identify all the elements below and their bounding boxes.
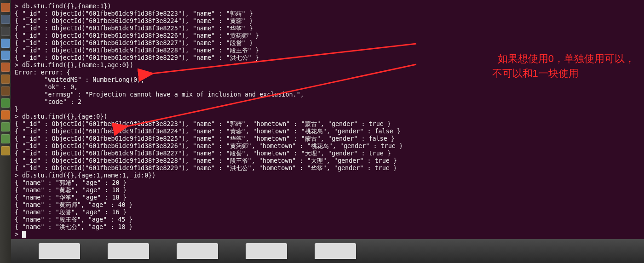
annotation-line: 如果想使用0，单独使用可以， xyxy=(498,53,635,64)
taskbar-folder-icon[interactable] xyxy=(177,243,218,259)
launcher-item[interactable] xyxy=(1,122,10,132)
terminal-line: { "name" : "黄药师", "age" : 40 } xyxy=(15,201,640,209)
terminal-line: { "_id" : ObjectId("601fbeb61dc9f1d38f3e… xyxy=(15,10,640,17)
terminal-line: { "_id" : ObjectId("601fbeb61dc9f1d38f3e… xyxy=(15,165,640,172)
terminal-line: { "_id" : ObjectId("601fbeb61dc9f1d38f3e… xyxy=(15,17,640,25)
taskbar-folder-icon[interactable] xyxy=(108,243,149,259)
terminal-line: } xyxy=(15,106,640,113)
launcher-item[interactable] xyxy=(1,15,10,24)
taskbar-folder-icon[interactable] xyxy=(315,243,356,259)
launcher-item[interactable] xyxy=(1,3,10,12)
terminal-window[interactable]: > db.stu.find({},{name:1}){ "_id" : Obje… xyxy=(11,0,644,239)
terminal-line: { "name" : "段王爷", "age" : 45 } xyxy=(15,216,640,223)
launcher-item[interactable] xyxy=(1,86,10,96)
terminal-line: "ok" : 0, xyxy=(15,84,640,91)
terminal-line: { "_id" : ObjectId("601fbeb61dc9f1d38f3e… xyxy=(15,150,640,157)
terminal-line: { "_id" : ObjectId("601fbeb61dc9f1d38f3e… xyxy=(15,25,640,32)
terminal-line: "errmsg" : "Projection cannot have a mix… xyxy=(15,91,640,98)
terminal-line: { "name" : "郭靖", "age" : 20 } xyxy=(15,179,640,187)
terminal-line: "code" : 2 xyxy=(15,98,640,106)
launcher-item[interactable] xyxy=(1,27,10,36)
terminal-line: { "_id" : ObjectId("601fbeb61dc9f1d38f3e… xyxy=(15,143,640,150)
launcher-item[interactable] xyxy=(1,74,10,84)
terminal-line: { "name" : "段誉", "age" : 16 } xyxy=(15,209,640,216)
unity-launcher xyxy=(0,0,11,263)
launcher-item[interactable] xyxy=(1,39,10,48)
terminal-line: { "_id" : ObjectId("601fbeb61dc9f1d38f3e… xyxy=(15,120,640,128)
annotation-text: 如果想使用0，单独使用可以， 不可以和1一块使用 xyxy=(492,37,635,81)
terminal-line: { "_id" : ObjectId("601fbeb61dc9f1d38f3e… xyxy=(15,157,640,165)
terminal-line: { "name" : "黄蓉", "age" : 18 } xyxy=(15,187,640,194)
launcher-item[interactable] xyxy=(1,63,10,72)
taskbar-folder-icon[interactable] xyxy=(39,243,80,259)
launcher-item[interactable] xyxy=(1,146,10,155)
launcher-item[interactable] xyxy=(1,110,10,120)
terminal-line: > db.stu.find({},{age:1,name:1,_id:0}) xyxy=(15,172,640,179)
terminal-line: > db.stu.find({},{name:1}) xyxy=(15,3,640,10)
terminal-line: { "_id" : ObjectId("601fbeb61dc9f1d38f3e… xyxy=(15,135,640,143)
annotation-line: 不可以和1一块使用 xyxy=(492,68,579,79)
taskbar-folder-icon[interactable] xyxy=(246,243,287,259)
terminal-line: { "_id" : ObjectId("601fbeb61dc9f1d38f3e… xyxy=(15,128,640,135)
launcher-item[interactable] xyxy=(1,98,10,108)
terminal-line: { "name" : "华筝", "age" : 18 } xyxy=(15,194,640,201)
cursor xyxy=(22,231,26,238)
terminal-line: > db.stu.find({},{age:0}) xyxy=(15,113,640,120)
taskbar xyxy=(11,239,644,263)
terminal-line: { "name" : "洪七公", "age" : 18 } xyxy=(15,223,640,231)
terminal-prompt[interactable]: > xyxy=(15,231,640,238)
launcher-item[interactable] xyxy=(1,134,10,143)
launcher-item[interactable] xyxy=(1,51,10,60)
